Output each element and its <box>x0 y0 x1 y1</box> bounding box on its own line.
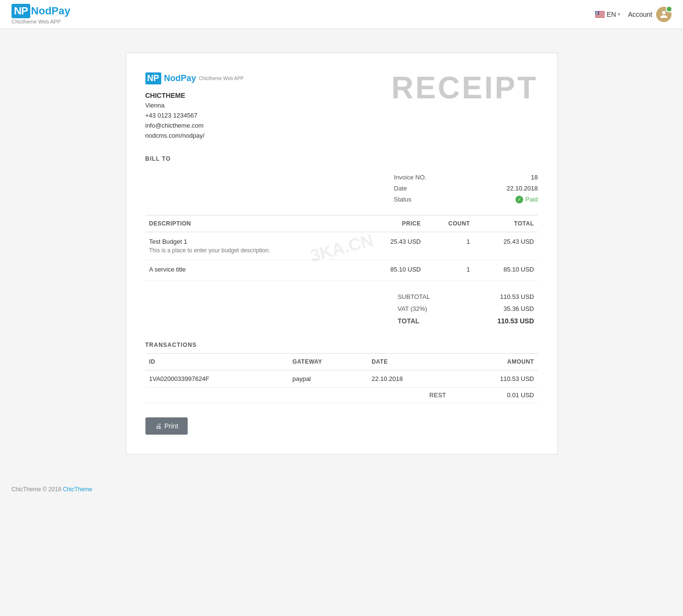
svg-point-11 <box>597 11 598 12</box>
bill-to-label: BILL TO <box>145 155 538 162</box>
invoice-meta: Invoice NO. 18 Date 22.10.2018 Status Pa… <box>145 172 538 205</box>
invoice-date-row: Date 22.10.2018 <box>394 183 538 194</box>
item-2-desc: A service title <box>145 260 361 281</box>
account-button[interactable]: Account <box>628 7 671 22</box>
receipt-header: NP NodPay Chictheme Web APP CHICTHEME Vi… <box>145 72 538 141</box>
company-website: nodcms.com/nodpay/ <box>145 131 244 141</box>
svg-point-32 <box>596 14 597 14</box>
lang-selector[interactable]: EN ▾ <box>595 11 620 18</box>
svg-point-31 <box>596 14 596 14</box>
navbar: NP NodPay Chictheme Web APP <box>0 0 683 29</box>
svg-point-24 <box>597 12 598 13</box>
transactions-section: TRANSACTIONS ID GATEWAY DATE AMOUNT 1VA0… <box>145 342 538 403</box>
txn-col-date: DATE <box>368 353 450 370</box>
company-email: info@chictheme.com <box>145 121 244 131</box>
txn-col-amount: AMOUNT <box>450 353 538 370</box>
invoice-status-row: Status Paid <box>394 194 538 205</box>
brand-name-wrapper: NP NodPay <box>12 4 70 18</box>
lang-label: EN <box>607 11 616 18</box>
svg-point-20 <box>597 12 598 12</box>
invoice-status-label: Status <box>394 196 412 203</box>
footer: ChicTheme © 2018 ChicTheme <box>0 478 683 500</box>
col-total: TOTAL <box>474 215 538 232</box>
brand-np-icon: NP <box>12 4 30 18</box>
receipt-title: RECEIPT <box>391 72 538 103</box>
svg-point-14 <box>596 12 597 12</box>
svg-point-10 <box>597 11 597 12</box>
item-1-total: 25.43 USD <box>474 232 538 260</box>
invoice-status-value: Paid <box>515 196 538 203</box>
company-logo-section: NP NodPay Chictheme Web APP CHICTHEME Vi… <box>145 72 244 141</box>
subtotal-label: SUBTOTAL <box>398 293 430 300</box>
bill-to-section: BILL TO <box>145 155 538 162</box>
transactions-label: TRANSACTIONS <box>145 342 538 348</box>
company-info: CHICTHEME Vienna +43 0123 1234567 info@c… <box>145 90 244 141</box>
svg-point-9 <box>596 11 597 12</box>
user-icon <box>659 10 668 19</box>
svg-point-30 <box>598 13 598 14</box>
svg-point-27 <box>596 13 597 14</box>
logo-np-icon: NP <box>145 72 161 84</box>
svg-point-21 <box>598 12 598 12</box>
item-2-total: 85.10 USD <box>474 260 538 281</box>
svg-rect-6 <box>595 16 605 17</box>
chevron-down-icon: ▾ <box>618 12 620 17</box>
company-name: CHICTHEME <box>145 90 244 101</box>
vat-label: VAT (32%) <box>398 305 427 312</box>
logo-subtitle: Chictheme Web APP <box>199 76 244 81</box>
brand: NP NodPay Chictheme Web APP <box>12 4 70 24</box>
col-price: PRICE <box>361 215 425 232</box>
vat-value: 35.36 USD <box>503 305 534 312</box>
subtotal-row: SUBTOTAL 110.53 USD <box>394 291 538 303</box>
table-row: A service title 85.10 USD 1 85.10 USD <box>145 260 538 281</box>
txn-col-id: ID <box>145 353 289 370</box>
print-icon: 🖨 <box>155 422 162 430</box>
rest-label: REST <box>368 387 450 403</box>
total-label: TOTAL <box>398 317 419 325</box>
item-1-desc: Test Budget 1 This is a place to enter y… <box>145 232 361 260</box>
invoice-date-value: 22.10.2018 <box>506 185 538 192</box>
txn-1-id: 1VA0200033997624F <box>145 370 289 387</box>
rest-row: REST 0.01 USD <box>145 387 538 403</box>
txn-1-date: 22.10.2018 <box>368 370 450 387</box>
totals-section: SUBTOTAL 110.53 USD VAT (32%) 35.36 USD … <box>145 291 538 327</box>
items-table: DESCRIPTION PRICE COUNT TOTAL Test Budge… <box>145 215 538 281</box>
svg-point-25 <box>598 12 598 13</box>
items-section: 3KA.CN DESCRIPTION PRICE COUNT TOTAL Tes… <box>145 215 538 281</box>
brand-logo: NP NodPay Chictheme Web APP <box>12 4 70 24</box>
grand-total-row: TOTAL 110.53 USD <box>394 315 538 327</box>
print-button[interactable]: 🖨 Print <box>145 417 188 435</box>
svg-point-17 <box>596 12 596 12</box>
rest-value: 0.01 USD <box>450 387 538 403</box>
footer-link[interactable]: ChicTheme <box>63 486 92 493</box>
svg-point-19 <box>597 12 597 12</box>
subtotal-value: 110.53 USD <box>500 293 534 300</box>
totals-table: SUBTOTAL 110.53 USD VAT (32%) 35.36 USD … <box>394 291 538 327</box>
print-label: Print <box>165 422 179 430</box>
account-label: Account <box>628 11 652 18</box>
transactions-table: ID GATEWAY DATE AMOUNT 1VA0200033997624F… <box>145 353 538 403</box>
item-2-count: 1 <box>425 260 474 281</box>
navbar-right: EN ▾ Account <box>595 7 671 22</box>
item-2-price: 85.10 USD <box>361 260 425 281</box>
svg-point-22 <box>596 12 596 13</box>
company-city: Vienna <box>145 101 244 111</box>
invoice-meta-table: Invoice NO. 18 Date 22.10.2018 Status Pa… <box>394 172 538 205</box>
svg-point-8 <box>596 11 596 12</box>
svg-point-15 <box>597 12 598 12</box>
flag-icon <box>595 11 605 18</box>
col-count: COUNT <box>425 215 474 232</box>
invoice-no-row: Invoice NO. 18 <box>394 172 538 183</box>
svg-point-28 <box>597 13 597 14</box>
avatar <box>656 7 671 22</box>
svg-point-26 <box>596 13 596 14</box>
company-logo-wrapper: NP NodPay Chictheme Web APP <box>145 72 244 84</box>
item-1-price: 25.43 USD <box>361 232 425 260</box>
svg-point-29 <box>597 13 598 14</box>
svg-rect-4 <box>595 14 605 15</box>
col-description: DESCRIPTION <box>145 215 361 232</box>
svg-point-23 <box>596 12 597 13</box>
company-phone: +43 0123 1234567 <box>145 111 244 121</box>
table-row: 1VA0200033997624F paypal 22.10.2018 110.… <box>145 370 538 387</box>
svg-point-16 <box>598 12 598 12</box>
